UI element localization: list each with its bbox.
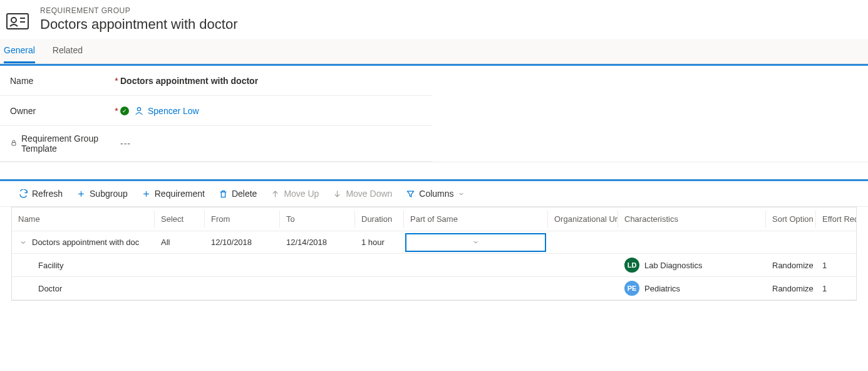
trash-icon [219, 189, 228, 199]
page-header: REQUIREMENT GROUP Doctors appointment wi… [0, 0, 868, 39]
arrow-down-icon [333, 189, 342, 199]
columns-button[interactable]: Columns [401, 186, 469, 201]
cell-select[interactable] [155, 285, 205, 292]
owner-name: Spencer Low [148, 106, 199, 116]
col-characteristics[interactable]: Characteristics [618, 211, 766, 227]
cell-characteristics[interactable]: PE Pediatrics [618, 277, 766, 300]
grid-header-row: Name Select From To Duration Part of Sam… [12, 207, 856, 231]
plus-icon [76, 189, 86, 199]
tab-bar: General Related [0, 39, 868, 64]
cell-to[interactable] [280, 261, 355, 269]
cell-from[interactable]: 12/10/2018 [205, 234, 280, 251]
col-name[interactable]: Name [12, 211, 155, 227]
name-value[interactable]: Doctors appointment with doctor [120, 76, 258, 86]
cell-select[interactable] [155, 261, 205, 269]
tab-related[interactable]: Related [53, 39, 83, 63]
owner-label: Owner [10, 106, 113, 116]
characteristic-badge: PE [624, 281, 639, 296]
requirement-button[interactable]: Requirement [137, 186, 210, 201]
cell-effort[interactable]: 1 [816, 280, 857, 297]
refresh-button[interactable]: Refresh [14, 186, 68, 201]
cell-to[interactable] [280, 285, 355, 292]
cell-partofsame[interactable] [404, 261, 548, 269]
grid-section: Refresh Subgroup Requirement Delete Move… [0, 179, 868, 301]
cell-orgunit[interactable] [548, 285, 618, 292]
filter-icon [406, 189, 415, 199]
cell-to[interactable]: 12/14/2018 [280, 234, 355, 251]
template-value: --- [120, 138, 131, 149]
owner-link[interactable]: Spencer Low [134, 106, 199, 116]
cell-sort[interactable] [766, 239, 816, 246]
required-marker: * [113, 106, 120, 116]
cell-duration[interactable] [355, 261, 404, 269]
arrow-up-icon [271, 189, 280, 199]
col-to[interactable]: To [280, 211, 355, 227]
col-sort[interactable]: Sort Option [766, 211, 816, 227]
col-effort[interactable]: Effort Require [816, 211, 857, 227]
cell-sort[interactable]: Randomize [766, 280, 816, 297]
cell-from[interactable] [205, 261, 280, 269]
template-label: Requirement Group Template [10, 133, 113, 154]
cell-orgunit[interactable] [548, 239, 618, 246]
entity-label: REQUIREMENT GROUP [40, 6, 238, 15]
moveup-button: Move Up [266, 186, 324, 201]
lock-icon [10, 138, 18, 149]
cell-effort[interactable] [816, 239, 857, 246]
cell-characteristics[interactable]: LD Lab Diagnostics [618, 254, 766, 276]
cell-effort[interactable]: 1 [816, 257, 857, 274]
owner-value-wrapper: ✓ Spencer Low [120, 106, 199, 116]
cell-from[interactable] [205, 285, 280, 292]
table-row[interactable]: Doctors appointment with doc All 12/10/2… [12, 231, 856, 254]
cell-name: Doctor [12, 280, 155, 297]
cell-partofsame[interactable] [404, 285, 548, 292]
partofsame-dropdown[interactable]: Organizational Unit Resource Tree Locati… [405, 233, 546, 252]
subgroup-button[interactable]: Subgroup [71, 186, 133, 201]
col-duration[interactable]: Duration [355, 211, 404, 227]
cell-name: Facility [12, 257, 155, 274]
grid-toolbar: Refresh Subgroup Requirement Delete Move… [0, 181, 868, 207]
cell-name: Doctors appointment with doc [12, 234, 155, 251]
svg-rect-5 [12, 143, 16, 146]
col-orgunit[interactable]: Organizational Unit [548, 211, 618, 227]
delete-button[interactable]: Delete [214, 186, 262, 201]
page-title: Doctors appointment with doctor [40, 16, 238, 33]
header-text: REQUIREMENT GROUP Doctors appointment wi… [40, 6, 238, 33]
chevron-down-icon[interactable] [19, 239, 27, 246]
characteristic-badge: LD [624, 258, 639, 273]
plus-icon [142, 189, 151, 199]
cell-select[interactable]: All [155, 234, 205, 251]
form-row-template: Requirement Group Template --- [0, 126, 432, 161]
required-marker: * [113, 76, 120, 86]
cell-orgunit[interactable] [548, 261, 618, 269]
form-row-name: Name * Doctors appointment with doctor [0, 66, 432, 96]
requirement-group-icon [5, 9, 30, 34]
table-row[interactable]: Facility LD Lab Diagnostics Randomize 1 [12, 254, 856, 277]
chevron-down-icon [472, 239, 479, 246]
col-from[interactable]: From [205, 211, 280, 227]
col-select[interactable]: Select [155, 211, 205, 227]
table-row[interactable]: Doctor PE Pediatrics Randomize 1 [12, 277, 856, 300]
person-icon [134, 106, 144, 116]
movedown-button: Move Down [328, 186, 397, 201]
section-spacer [0, 162, 868, 179]
col-partofsame[interactable]: Part of Same [404, 211, 548, 227]
name-label: Name [10, 76, 113, 86]
chevron-down-icon [458, 191, 465, 197]
cell-duration[interactable] [355, 285, 404, 292]
cell-duration[interactable]: 1 hour [355, 234, 404, 251]
refresh-icon [19, 189, 28, 199]
form-row-owner: Owner * ✓ Spencer Low [0, 96, 432, 126]
cell-sort[interactable]: Randomize [766, 257, 816, 274]
svg-point-1 [11, 18, 16, 23]
cell-partofsame: Organizational Unit Resource Tree Locati… [404, 232, 548, 253]
tab-general[interactable]: General [4, 39, 35, 63]
cell-characteristics[interactable] [618, 239, 766, 246]
svg-point-4 [137, 107, 140, 110]
requirements-grid: Name Select From To Duration Part of Sam… [11, 207, 857, 301]
form-section: Name * Doctors appointment with doctor O… [0, 66, 432, 162]
presence-icon: ✓ [120, 107, 129, 115]
